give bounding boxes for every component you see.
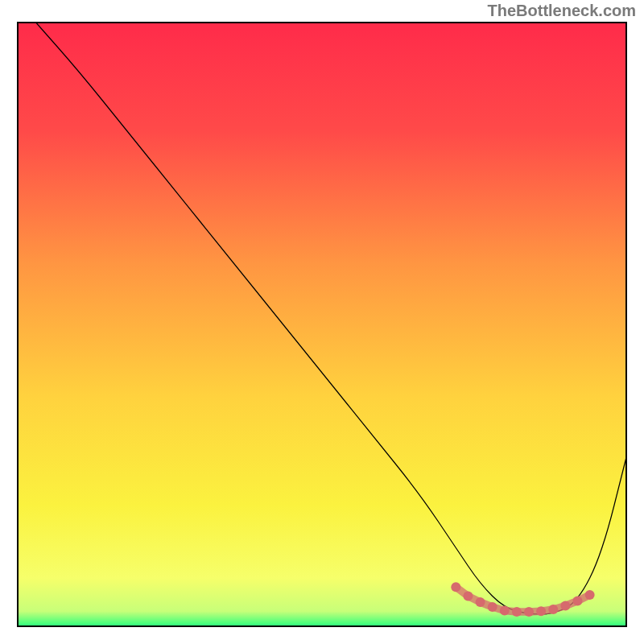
chart-container: TheBottleneck.com — [0, 0, 644, 644]
chart-background — [18, 23, 626, 626]
plot-area — [18, 23, 626, 626]
chart-svg — [0, 0, 644, 644]
optimal-zone-segment — [578, 595, 590, 601]
watermark-text: TheBottleneck.com — [488, 2, 636, 20]
